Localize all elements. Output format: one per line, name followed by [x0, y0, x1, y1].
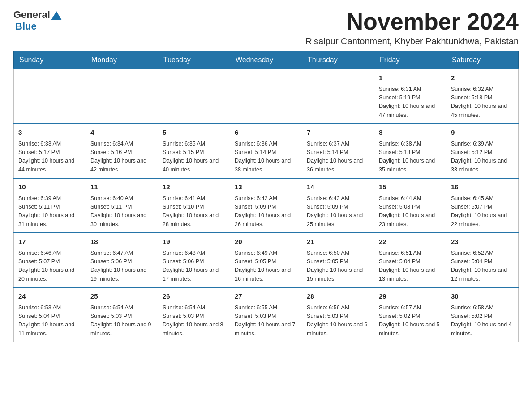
day-info: Sunrise: 6:58 AM Sunset: 5:02 PM Dayligh… — [451, 304, 514, 338]
day-number: 12 — [163, 182, 225, 193]
day-number: 9 — [451, 128, 514, 138]
day-number: 20 — [235, 237, 297, 247]
day-info: Sunrise: 6:39 AM Sunset: 5:11 PM Dayligh… — [18, 194, 81, 229]
calendar-day-cell — [86, 69, 158, 124]
location-subtitle: Risalpur Cantonment, Khyber Pakhtunkhwa,… — [305, 36, 519, 47]
day-info: Sunrise: 6:57 AM Sunset: 5:02 PM Dayligh… — [379, 304, 442, 338]
day-info: Sunrise: 6:36 AM Sunset: 5:14 PM Dayligh… — [235, 140, 297, 175]
calendar-day-cell: 20Sunrise: 6:49 AM Sunset: 5:05 PM Dayli… — [230, 233, 302, 287]
day-number: 5 — [163, 128, 225, 138]
title-section: November 2024 Risalpur Cantonment, Khybe… — [305, 9, 519, 47]
day-number: 25 — [90, 291, 153, 302]
day-info: Sunrise: 6:33 AM Sunset: 5:17 PM Dayligh… — [18, 140, 81, 175]
calendar-day-cell: 8Sunrise: 6:38 AM Sunset: 5:13 PM Daylig… — [374, 124, 446, 178]
calendar-day-cell: 1Sunrise: 6:31 AM Sunset: 5:19 PM Daylig… — [374, 69, 446, 124]
calendar-day-cell: 11Sunrise: 6:40 AM Sunset: 5:11 PM Dayli… — [86, 178, 158, 233]
day-info: Sunrise: 6:38 AM Sunset: 5:13 PM Dayligh… — [379, 140, 442, 175]
calendar-day-cell: 10Sunrise: 6:39 AM Sunset: 5:11 PM Dayli… — [14, 178, 86, 233]
day-info: Sunrise: 6:47 AM Sunset: 5:06 PM Dayligh… — [90, 249, 153, 284]
day-number: 22 — [379, 237, 442, 247]
calendar-day-cell: 13Sunrise: 6:42 AM Sunset: 5:09 PM Dayli… — [230, 178, 302, 233]
day-number: 28 — [307, 291, 369, 302]
calendar-body: 1Sunrise: 6:31 AM Sunset: 5:19 PM Daylig… — [14, 69, 519, 342]
calendar-day-cell: 15Sunrise: 6:44 AM Sunset: 5:08 PM Dayli… — [374, 178, 446, 233]
calendar-day-cell: 25Sunrise: 6:54 AM Sunset: 5:03 PM Dayli… — [86, 287, 158, 342]
calendar-day-cell: 16Sunrise: 6:45 AM Sunset: 5:07 PM Dayli… — [446, 178, 519, 233]
day-number: 21 — [307, 237, 369, 247]
calendar-day-cell: 12Sunrise: 6:41 AM Sunset: 5:10 PM Dayli… — [158, 178, 230, 233]
day-info: Sunrise: 6:50 AM Sunset: 5:05 PM Dayligh… — [307, 249, 369, 284]
calendar-day-cell: 9Sunrise: 6:39 AM Sunset: 5:12 PM Daylig… — [446, 124, 519, 178]
calendar-day-cell: 21Sunrise: 6:50 AM Sunset: 5:05 PM Dayli… — [302, 233, 374, 287]
calendar-day-cell: 27Sunrise: 6:55 AM Sunset: 5:03 PM Dayli… — [230, 287, 302, 342]
calendar-day-cell: 2Sunrise: 6:32 AM Sunset: 5:18 PM Daylig… — [446, 69, 519, 124]
day-info: Sunrise: 6:39 AM Sunset: 5:12 PM Dayligh… — [451, 140, 514, 175]
day-of-week-header: Friday — [374, 51, 446, 69]
logo-general-text: General — [13, 9, 50, 21]
day-info: Sunrise: 6:35 AM Sunset: 5:15 PM Dayligh… — [163, 140, 225, 175]
calendar-day-cell: 22Sunrise: 6:51 AM Sunset: 5:04 PM Dayli… — [374, 233, 446, 287]
day-number: 13 — [235, 182, 297, 193]
day-info: Sunrise: 6:48 AM Sunset: 5:06 PM Dayligh… — [163, 249, 225, 284]
day-number: 14 — [307, 182, 369, 193]
calendar-day-cell: 5Sunrise: 6:35 AM Sunset: 5:15 PM Daylig… — [158, 124, 230, 178]
day-number: 26 — [163, 291, 225, 302]
day-number: 10 — [18, 182, 81, 193]
calendar-table: SundayMondayTuesdayWednesdayThursdayFrid… — [13, 51, 519, 342]
day-info: Sunrise: 6:55 AM Sunset: 5:03 PM Dayligh… — [235, 304, 297, 338]
calendar-day-cell — [158, 69, 230, 124]
day-number: 2 — [451, 73, 514, 83]
day-number: 6 — [235, 128, 297, 138]
day-info: Sunrise: 6:46 AM Sunset: 5:07 PM Dayligh… — [18, 249, 81, 284]
page-header: General Blue November 2024 Risalpur Cant… — [13, 9, 519, 47]
day-info: Sunrise: 6:53 AM Sunset: 5:04 PM Dayligh… — [18, 304, 81, 338]
day-number: 3 — [18, 128, 81, 138]
day-info: Sunrise: 6:44 AM Sunset: 5:08 PM Dayligh… — [379, 194, 442, 229]
calendar-day-cell: 19Sunrise: 6:48 AM Sunset: 5:06 PM Dayli… — [158, 233, 230, 287]
calendar-day-cell: 29Sunrise: 6:57 AM Sunset: 5:02 PM Dayli… — [374, 287, 446, 342]
day-of-week-header: Wednesday — [230, 51, 302, 69]
day-info: Sunrise: 6:31 AM Sunset: 5:19 PM Dayligh… — [379, 85, 442, 120]
calendar-day-cell: 3Sunrise: 6:33 AM Sunset: 5:17 PM Daylig… — [14, 124, 86, 178]
calendar-header: SundayMondayTuesdayWednesdayThursdayFrid… — [14, 51, 519, 69]
day-number: 16 — [451, 182, 514, 193]
calendar-day-cell: 6Sunrise: 6:36 AM Sunset: 5:14 PM Daylig… — [230, 124, 302, 178]
calendar-week-row: 1Sunrise: 6:31 AM Sunset: 5:19 PM Daylig… — [14, 69, 519, 124]
day-number: 19 — [163, 237, 225, 247]
logo-triangle-icon — [51, 11, 62, 20]
day-info: Sunrise: 6:56 AM Sunset: 5:03 PM Dayligh… — [307, 304, 369, 338]
day-info: Sunrise: 6:34 AM Sunset: 5:16 PM Dayligh… — [90, 140, 153, 175]
day-number: 7 — [307, 128, 369, 138]
calendar-week-row: 17Sunrise: 6:46 AM Sunset: 5:07 PM Dayli… — [14, 233, 519, 287]
logo: General Blue — [13, 9, 63, 32]
day-number: 29 — [379, 291, 442, 302]
day-number: 24 — [18, 291, 81, 302]
day-info: Sunrise: 6:45 AM Sunset: 5:07 PM Dayligh… — [451, 194, 514, 229]
days-of-week-row: SundayMondayTuesdayWednesdayThursdayFrid… — [14, 51, 519, 69]
calendar-week-row: 10Sunrise: 6:39 AM Sunset: 5:11 PM Dayli… — [14, 178, 519, 233]
day-number: 11 — [90, 182, 153, 193]
calendar-week-row: 3Sunrise: 6:33 AM Sunset: 5:17 PM Daylig… — [14, 124, 519, 178]
day-of-week-header: Sunday — [14, 51, 86, 69]
day-of-week-header: Thursday — [302, 51, 374, 69]
day-number: 23 — [451, 237, 514, 247]
day-of-week-header: Saturday — [446, 51, 519, 69]
day-info: Sunrise: 6:40 AM Sunset: 5:11 PM Dayligh… — [90, 194, 153, 229]
day-number: 30 — [451, 291, 514, 302]
day-of-week-header: Monday — [86, 51, 158, 69]
calendar-day-cell — [302, 69, 374, 124]
day-number: 18 — [90, 237, 153, 247]
day-info: Sunrise: 6:32 AM Sunset: 5:18 PM Dayligh… — [451, 85, 514, 120]
calendar-day-cell: 17Sunrise: 6:46 AM Sunset: 5:07 PM Dayli… — [14, 233, 86, 287]
day-info: Sunrise: 6:54 AM Sunset: 5:03 PM Dayligh… — [163, 304, 225, 338]
day-number: 8 — [379, 128, 442, 138]
calendar-day-cell: 26Sunrise: 6:54 AM Sunset: 5:03 PM Dayli… — [158, 287, 230, 342]
calendar-day-cell: 4Sunrise: 6:34 AM Sunset: 5:16 PM Daylig… — [86, 124, 158, 178]
day-info: Sunrise: 6:42 AM Sunset: 5:09 PM Dayligh… — [235, 194, 297, 229]
calendar-day-cell: 18Sunrise: 6:47 AM Sunset: 5:06 PM Dayli… — [86, 233, 158, 287]
day-info: Sunrise: 6:43 AM Sunset: 5:09 PM Dayligh… — [307, 194, 369, 229]
day-info: Sunrise: 6:41 AM Sunset: 5:10 PM Dayligh… — [163, 194, 225, 229]
month-year-title: November 2024 — [305, 9, 519, 34]
calendar-day-cell — [230, 69, 302, 124]
calendar-day-cell: 24Sunrise: 6:53 AM Sunset: 5:04 PM Dayli… — [14, 287, 86, 342]
